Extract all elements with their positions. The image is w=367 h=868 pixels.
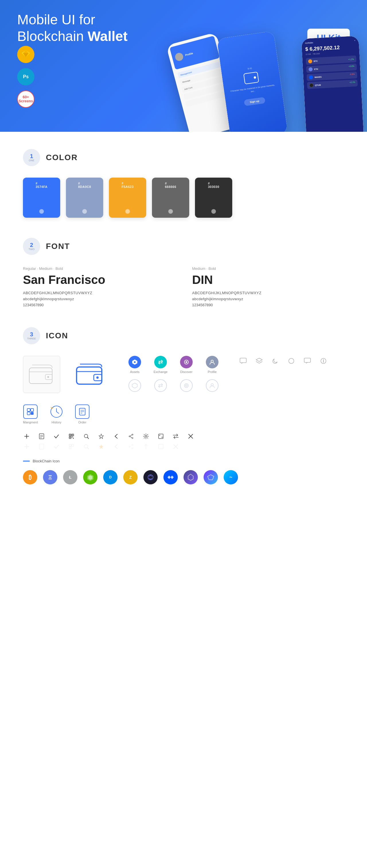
svg-rect-13 — [240, 358, 246, 363]
svg-point-59 — [84, 444, 88, 448]
svg-point-8 — [186, 361, 187, 363]
swatch-orange: #F5A623 — [109, 178, 146, 218]
font-section: 2 TWO FONT Regular · Medium · Bold San F… — [23, 238, 344, 307]
wallet-wireframe-icon — [23, 356, 60, 393]
icon-section: 3 THREE ICON — [23, 327, 344, 485]
icon-section-header: 3 THREE ICON — [23, 327, 344, 344]
crypto-icons-row: ₿ Ξ Ł D Z ~ — [23, 470, 344, 485]
font-din-lower: abcdefghijklmnopqrstuvwxyz — [192, 297, 344, 301]
svg-point-61 — [132, 444, 133, 445]
dash-icon: D — [103, 470, 117, 485]
svg-rect-30 — [39, 434, 44, 439]
svg-point-6 — [134, 361, 136, 363]
font-sf-numbers: 1234567890 — [23, 303, 175, 307]
info-icon — [318, 356, 329, 366]
search-icon — [83, 433, 90, 440]
font-sf-lower: abcdefghijklmnopqrstuvwxyz — [23, 297, 175, 301]
swatch-gray: #666666 — [152, 178, 189, 218]
chevron-left-icon — [112, 433, 120, 440]
exchange-icon-outline — [152, 379, 169, 392]
close-icon — [187, 433, 194, 440]
swatch-dark: #303030 — [195, 178, 232, 218]
profile-icon — [206, 356, 219, 368]
svg-marker-70 — [207, 475, 214, 480]
icon-gem1 — [184, 470, 198, 485]
svg-rect-56 — [69, 444, 71, 446]
phone-center: 9:41 Character may be mastered in the gr… — [217, 31, 288, 132]
speech-bubble-icon — [302, 356, 312, 366]
svg-rect-19 — [27, 408, 30, 411]
moon-icon — [270, 356, 280, 366]
icon-other: ~ — [224, 470, 238, 485]
icon-section-title: ICON — [46, 331, 68, 340]
management-nav-icon: Mangment — [23, 404, 38, 424]
check-icon — [53, 433, 60, 440]
font-din-numbers: 1234567890 — [192, 303, 344, 307]
hero-section: Mobile UI for Blockchain Wallet UI Kit P… — [0, 0, 367, 132]
assets-icon-outline — [126, 379, 143, 392]
font-din-upper: ABCDEFGHIJKLMNOPQRSTUVWXYZ — [192, 291, 344, 295]
svg-rect-50 — [159, 434, 163, 439]
small-icons-row-1 — [23, 433, 344, 440]
font-sf-label: Regular · Medium · Bold — [23, 267, 175, 271]
phone-mockups: Profile Management Message Add Cont 9:41… — [166, 26, 367, 132]
color-swatches: #3574FA #8DA0C8 #F5A623 #666666 #303030 — [23, 178, 344, 218]
bitcoin-icon: ₿ — [23, 470, 37, 485]
svg-line-43 — [87, 437, 89, 439]
svg-rect-21 — [27, 412, 30, 415]
svg-line-47 — [130, 435, 132, 436]
svg-rect-57 — [72, 444, 74, 446]
exchange-icon-item: Exchange — [152, 356, 169, 374]
svg-rect-0 — [29, 368, 52, 383]
circle-icon — [286, 356, 297, 366]
svg-rect-38 — [72, 435, 73, 435]
svg-point-49 — [145, 435, 147, 437]
color-section-title: COLOR — [46, 153, 78, 162]
icon-poly — [204, 470, 218, 485]
document-icon — [38, 433, 45, 440]
svg-line-60 — [87, 448, 89, 449]
font-din-name: DIN — [192, 273, 344, 287]
swatch-blue: #3574FA — [23, 178, 60, 218]
icon-grid-main: Assets Exchange — [23, 356, 344, 393]
svg-rect-39 — [70, 437, 70, 438]
litecoin-icon: Ł — [63, 470, 78, 485]
exchange-icon — [154, 356, 167, 368]
svg-point-45 — [132, 437, 133, 439]
gear-icon — [142, 433, 150, 440]
svg-point-12 — [211, 383, 213, 386]
blockchain-label: BlockChain Icon — [23, 459, 344, 463]
screens-badge: 60+Screens — [17, 91, 34, 108]
waves-icon — [163, 470, 178, 485]
font-section-header: 2 TWO FONT — [23, 238, 344, 255]
font-grid: Regular · Medium · Bold San Francisco AB… — [23, 267, 344, 307]
assets-icon-item: Assets — [126, 356, 143, 374]
font-din: Medium · Bold DIN ABCDEFGHIJKLMNOPQRSTUV… — [192, 267, 344, 307]
neo-icon — [83, 470, 97, 485]
nav-icons-row: Mangment History — [23, 404, 344, 424]
color-section-number: 1 ONE — [23, 149, 40, 166]
ps-badge: Ps — [17, 68, 34, 85]
svg-rect-64 — [159, 444, 163, 449]
main-content: 1 ONE COLOR #3574FA #8DA0C8 #F5A623 #666… — [0, 132, 367, 522]
expand-icon — [157, 433, 165, 440]
svg-rect-58 — [69, 447, 71, 449]
labeled-icons-group: Assets Exchange — [126, 356, 221, 392]
small-icons-row-ghost — [23, 443, 344, 450]
svg-rect-40 — [72, 437, 73, 437]
zcash-icon: Z — [123, 470, 138, 485]
svg-rect-55 — [39, 444, 44, 449]
svg-point-14 — [289, 359, 294, 364]
wallet-solid-icon — [72, 356, 109, 393]
discover-icon-outline — [178, 379, 195, 392]
order-nav-icon: Order — [75, 404, 89, 424]
chat-icon — [238, 356, 248, 366]
svg-point-62 — [132, 448, 133, 449]
profile-icon-outline — [204, 379, 221, 392]
svg-point-46 — [129, 436, 130, 437]
discover-icon — [180, 356, 193, 368]
svg-rect-41 — [73, 438, 74, 439]
svg-point-44 — [132, 434, 133, 435]
svg-rect-20 — [31, 408, 33, 411]
discover-icon-item: Discover — [178, 356, 195, 374]
